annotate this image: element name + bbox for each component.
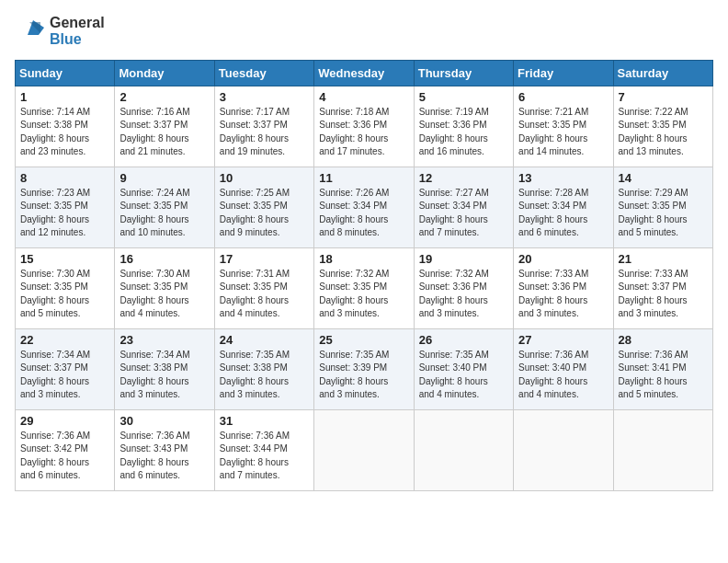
cell-info: Sunrise: 7:36 AMSunset: 3:42 PMDaylight:… bbox=[20, 430, 109, 483]
cell-info: Sunrise: 7:22 AMSunset: 3:35 PMDaylight:… bbox=[619, 106, 708, 159]
calendar-cell: 12Sunrise: 7:27 AMSunset: 3:34 PMDayligh… bbox=[414, 167, 513, 247]
day-number: 2 bbox=[119, 90, 209, 104]
cell-info: Sunrise: 7:16 AMSunset: 3:37 PMDaylight:… bbox=[119, 106, 209, 159]
day-number: 19 bbox=[419, 252, 508, 266]
calendar-cell: 5Sunrise: 7:19 AMSunset: 3:36 PMDaylight… bbox=[414, 86, 513, 167]
day-number: 8 bbox=[20, 171, 109, 185]
cell-info: Sunrise: 7:36 AMSunset: 3:44 PMDaylight:… bbox=[220, 430, 309, 483]
cell-info: Sunrise: 7:28 AMSunset: 3:34 PMDaylight:… bbox=[518, 187, 608, 240]
day-number: 26 bbox=[419, 333, 508, 347]
day-number: 29 bbox=[20, 414, 109, 428]
day-number: 20 bbox=[518, 252, 608, 266]
cell-info: Sunrise: 7:29 AMSunset: 3:35 PMDaylight:… bbox=[619, 187, 708, 240]
calendar-cell: 17Sunrise: 7:31 AMSunset: 3:35 PMDayligh… bbox=[214, 247, 313, 328]
calendar-cell: 29Sunrise: 7:36 AMSunset: 3:42 PMDayligh… bbox=[16, 409, 115, 490]
cell-info: Sunrise: 7:31 AMSunset: 3:35 PMDaylight:… bbox=[220, 268, 309, 321]
calendar-cell: 30Sunrise: 7:36 AMSunset: 3:43 PMDayligh… bbox=[115, 409, 214, 490]
calendar-cell: 27Sunrise: 7:36 AMSunset: 3:40 PMDayligh… bbox=[514, 328, 613, 409]
cell-info: Sunrise: 7:36 AMSunset: 3:43 PMDaylight:… bbox=[119, 430, 209, 483]
week-row-3: 15Sunrise: 7:30 AMSunset: 3:35 PMDayligh… bbox=[16, 247, 713, 328]
logo: General Blue bbox=[15, 15, 105, 49]
calendar-cell: 21Sunrise: 7:33 AMSunset: 3:37 PMDayligh… bbox=[613, 247, 712, 328]
cell-info: Sunrise: 7:33 AMSunset: 3:37 PMDaylight:… bbox=[619, 268, 708, 321]
cell-info: Sunrise: 7:21 AMSunset: 3:35 PMDaylight:… bbox=[518, 106, 608, 159]
cell-info: Sunrise: 7:14 AMSunset: 3:38 PMDaylight:… bbox=[20, 106, 109, 159]
cell-info: Sunrise: 7:19 AMSunset: 3:36 PMDaylight:… bbox=[419, 106, 508, 159]
calendar-cell: 18Sunrise: 7:32 AMSunset: 3:35 PMDayligh… bbox=[314, 247, 414, 328]
calendar-table: SundayMondayTuesdayWednesdayThursdayFrid… bbox=[15, 60, 713, 491]
col-header-tuesday: Tuesday bbox=[214, 60, 313, 86]
cell-info: Sunrise: 7:33 AMSunset: 3:36 PMDaylight:… bbox=[518, 268, 608, 321]
cell-info: Sunrise: 7:35 AMSunset: 3:39 PMDaylight:… bbox=[319, 349, 408, 402]
cell-info: Sunrise: 7:34 AMSunset: 3:38 PMDaylight:… bbox=[119, 349, 209, 402]
cell-info: Sunrise: 7:30 AMSunset: 3:35 PMDaylight:… bbox=[20, 268, 109, 321]
logo-general-text: General bbox=[50, 15, 105, 31]
calendar-cell: 2Sunrise: 7:16 AMSunset: 3:37 PMDaylight… bbox=[115, 86, 214, 167]
day-number: 24 bbox=[220, 333, 309, 347]
day-number: 4 bbox=[319, 90, 408, 104]
col-header-monday: Monday bbox=[115, 60, 214, 86]
calendar-header-row: SundayMondayTuesdayWednesdayThursdayFrid… bbox=[16, 60, 713, 86]
logo-blue-text: Blue bbox=[50, 31, 105, 48]
header: General Blue bbox=[15, 15, 713, 49]
calendar-cell: 31Sunrise: 7:36 AMSunset: 3:44 PMDayligh… bbox=[214, 409, 313, 490]
calendar-cell: 26Sunrise: 7:35 AMSunset: 3:40 PMDayligh… bbox=[414, 328, 513, 409]
cell-info: Sunrise: 7:36 AMSunset: 3:41 PMDaylight:… bbox=[619, 349, 708, 402]
week-row-4: 22Sunrise: 7:34 AMSunset: 3:37 PMDayligh… bbox=[16, 328, 713, 409]
col-header-wednesday: Wednesday bbox=[314, 60, 414, 86]
day-number: 9 bbox=[119, 171, 209, 185]
cell-info: Sunrise: 7:24 AMSunset: 3:35 PMDaylight:… bbox=[119, 187, 209, 240]
cell-info: Sunrise: 7:34 AMSunset: 3:37 PMDaylight:… bbox=[20, 349, 109, 402]
day-number: 15 bbox=[20, 252, 109, 266]
calendar-cell: 16Sunrise: 7:30 AMSunset: 3:35 PMDayligh… bbox=[115, 247, 214, 328]
cell-info: Sunrise: 7:25 AMSunset: 3:35 PMDaylight:… bbox=[220, 187, 309, 240]
cell-info: Sunrise: 7:36 AMSunset: 3:40 PMDaylight:… bbox=[518, 349, 608, 402]
day-number: 6 bbox=[518, 90, 608, 104]
day-number: 25 bbox=[319, 333, 408, 347]
day-number: 7 bbox=[619, 90, 708, 104]
day-number: 16 bbox=[119, 252, 209, 266]
calendar-cell: 22Sunrise: 7:34 AMSunset: 3:37 PMDayligh… bbox=[16, 328, 115, 409]
calendar-cell bbox=[314, 409, 414, 490]
day-number: 30 bbox=[119, 414, 209, 428]
week-row-5: 29Sunrise: 7:36 AMSunset: 3:42 PMDayligh… bbox=[16, 409, 713, 490]
calendar-cell: 7Sunrise: 7:22 AMSunset: 3:35 PMDaylight… bbox=[613, 86, 712, 167]
cell-info: Sunrise: 7:17 AMSunset: 3:37 PMDaylight:… bbox=[220, 106, 309, 159]
col-header-sunday: Sunday bbox=[16, 60, 115, 86]
cell-info: Sunrise: 7:23 AMSunset: 3:35 PMDaylight:… bbox=[20, 187, 109, 240]
day-number: 31 bbox=[220, 414, 309, 428]
week-row-1: 1Sunrise: 7:14 AMSunset: 3:38 PMDaylight… bbox=[16, 86, 713, 167]
day-number: 17 bbox=[220, 252, 309, 266]
calendar-cell: 8Sunrise: 7:23 AMSunset: 3:35 PMDaylight… bbox=[16, 167, 115, 247]
calendar-cell: 6Sunrise: 7:21 AMSunset: 3:35 PMDaylight… bbox=[514, 86, 613, 167]
day-number: 1 bbox=[20, 90, 109, 104]
calendar-cell: 3Sunrise: 7:17 AMSunset: 3:37 PMDaylight… bbox=[214, 86, 313, 167]
day-number: 3 bbox=[220, 90, 309, 104]
calendar-cell: 23Sunrise: 7:34 AMSunset: 3:38 PMDayligh… bbox=[115, 328, 214, 409]
cell-info: Sunrise: 7:27 AMSunset: 3:34 PMDaylight:… bbox=[419, 187, 508, 240]
col-header-thursday: Thursday bbox=[414, 60, 513, 86]
cell-info: Sunrise: 7:18 AMSunset: 3:36 PMDaylight:… bbox=[319, 106, 408, 159]
day-number: 13 bbox=[518, 171, 608, 185]
day-number: 18 bbox=[319, 252, 408, 266]
cell-info: Sunrise: 7:32 AMSunset: 3:35 PMDaylight:… bbox=[319, 268, 408, 321]
calendar-cell: 4Sunrise: 7:18 AMSunset: 3:36 PMDaylight… bbox=[314, 86, 414, 167]
day-number: 11 bbox=[319, 171, 408, 185]
cell-info: Sunrise: 7:35 AMSunset: 3:38 PMDaylight:… bbox=[220, 349, 309, 402]
calendar-cell: 20Sunrise: 7:33 AMSunset: 3:36 PMDayligh… bbox=[514, 247, 613, 328]
day-number: 22 bbox=[20, 333, 109, 347]
calendar-cell: 10Sunrise: 7:25 AMSunset: 3:35 PMDayligh… bbox=[214, 167, 313, 247]
calendar-cell bbox=[613, 409, 712, 490]
col-header-saturday: Saturday bbox=[613, 60, 712, 86]
cell-info: Sunrise: 7:35 AMSunset: 3:40 PMDaylight:… bbox=[419, 349, 508, 402]
day-number: 21 bbox=[619, 252, 708, 266]
cell-info: Sunrise: 7:30 AMSunset: 3:35 PMDaylight:… bbox=[119, 268, 209, 321]
calendar-cell bbox=[414, 409, 513, 490]
calendar-cell: 28Sunrise: 7:36 AMSunset: 3:41 PMDayligh… bbox=[613, 328, 712, 409]
calendar-cell: 1Sunrise: 7:14 AMSunset: 3:38 PMDaylight… bbox=[16, 86, 115, 167]
calendar-cell: 15Sunrise: 7:30 AMSunset: 3:35 PMDayligh… bbox=[16, 247, 115, 328]
cell-info: Sunrise: 7:26 AMSunset: 3:34 PMDaylight:… bbox=[319, 187, 408, 240]
day-number: 12 bbox=[419, 171, 508, 185]
day-number: 5 bbox=[419, 90, 508, 104]
day-number: 28 bbox=[619, 333, 708, 347]
